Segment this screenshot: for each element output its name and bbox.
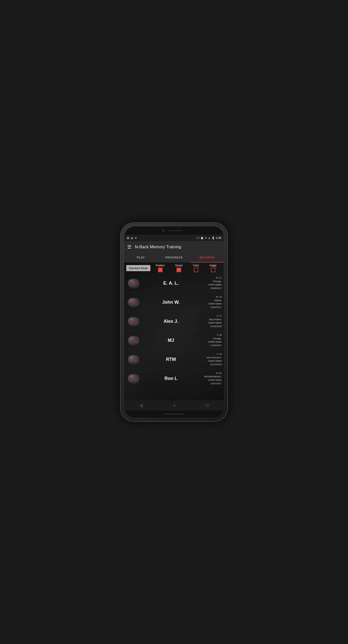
camera-dot: [162, 229, 165, 232]
brain-score: 2.50: [126, 334, 141, 347]
record-name: MJ: [143, 338, 199, 343]
recents-button[interactable]: □: [201, 402, 214, 409]
record-meta: M, 27 Chicago, United States 10/28/2017: [199, 276, 222, 290]
phone-screen: 🖼 ◉ ⚙ 📳 ⏰ ▼ ▲ 🔋 1:39 ☰ N-Back Memory Tra…: [124, 226, 224, 418]
app-title: N-Back Memory Training: [135, 245, 181, 249]
status-time: 1:39: [216, 236, 221, 239]
filter-row: Standard Mode Position Sound Color: [124, 263, 224, 274]
tab-records[interactable]: RECORDS: [191, 253, 224, 263]
status-icons-right: 📳 ⏰ ▼ ▲ 🔋 1:39: [196, 236, 221, 239]
brain-score: 6.44: [126, 296, 141, 309]
position-label: Position: [156, 264, 165, 267]
alarm-icon: ⏰: [200, 237, 203, 239]
battery-icon: 🔋: [212, 237, 215, 239]
record-item[interactable]: 11.35 E. A. L.M, 27 Chicago, United Stat…: [124, 274, 224, 293]
record-name: E. A. L.: [143, 281, 199, 286]
record-item[interactable]: 1.77 RTMF, 22 San Francisco, United Stat…: [124, 350, 224, 369]
color-label: Color: [193, 264, 199, 267]
color-checkbox[interactable]: [194, 268, 198, 272]
records-list: 11.35 E. A. L.M, 27 Chicago, United Stat…: [124, 274, 224, 388]
position-checkbox[interactable]: [158, 268, 163, 272]
score-value: 0.72: [131, 377, 136, 380]
sound-label: Sound: [175, 264, 183, 267]
filter-columns: Position Sound Color Image: [150, 264, 222, 272]
record-name: RTM: [143, 357, 199, 362]
record-meta: F, 17 Boca Raton, United States 01/26/20…: [199, 314, 222, 328]
content-area: Standard Mode Position Sound Color: [124, 263, 224, 400]
phone-frame: 🖼 ◉ ⚙ 📳 ⏰ ▼ ▲ 🔋 1:39 ☰ N-Back Memory Tra…: [121, 223, 227, 421]
score-value: 5.50: [131, 319, 136, 323]
back-button[interactable]: ◁: [134, 402, 148, 409]
app-bar: ☰ N-Back Memory Training: [124, 241, 224, 253]
record-item[interactable]: 5.50 Alex J.F, 17 Boca Raton, United Sta…: [124, 312, 224, 331]
filter-position: Position: [156, 264, 165, 272]
tab-progress[interactable]: PROGRESS: [157, 253, 191, 263]
image-checkbox[interactable]: [211, 268, 215, 272]
tab-play[interactable]: PLAY: [124, 253, 157, 263]
brain-score: 1.77: [126, 353, 141, 366]
filter-sound: Sound: [175, 264, 183, 272]
status-icons-left: 🖼 ◉ ⚙: [127, 237, 137, 239]
wifi-icon: ▼: [204, 237, 207, 239]
speaker-slot: [168, 230, 183, 231]
score-value: 1.77: [131, 358, 136, 361]
filter-color: Color: [193, 264, 199, 272]
score-value: 2.50: [131, 339, 136, 342]
image-icon: 🖼: [127, 237, 129, 239]
score-value: 6.44: [131, 300, 136, 304]
bottom-bar-line: [164, 414, 184, 415]
record-meta: M, 63 BROWNSBURG, United States 12/01/20…: [199, 372, 222, 385]
brain-score: 11.35: [126, 277, 141, 290]
record-meta: M, 19 Atlanta, United States 12/02/2017: [199, 295, 222, 309]
brain-score: 5.50: [126, 315, 141, 328]
image-label: Image: [210, 264, 217, 267]
mode-button[interactable]: Standard Mode: [126, 265, 150, 271]
menu-icon[interactable]: ☰: [127, 244, 131, 250]
gear-icon: ⚙: [135, 237, 137, 239]
record-meta: F, 22 San Francisco, United States 01/12…: [199, 352, 222, 366]
brain-score: 0.72: [126, 372, 141, 385]
score-value: 11.35: [130, 281, 137, 285]
record-name: Ron L: [143, 376, 199, 381]
record-item[interactable]: 2.50 MJF, 28 Chicago, United States 11/2…: [124, 331, 224, 350]
phone-bottom-bar: [124, 410, 224, 418]
record-item[interactable]: 0.72 Ron LM, 63 BROWNSBURG, United State…: [124, 369, 224, 388]
bottom-nav: ◁ ○ □: [124, 400, 224, 410]
phone-top-bar: [124, 226, 224, 235]
circle-icon: ◉: [131, 237, 133, 239]
vibrate-icon: 📳: [196, 237, 199, 239]
record-item[interactable]: 6.44 John W.M, 19 Atlanta, United States…: [124, 293, 224, 312]
sound-checkbox[interactable]: [177, 268, 181, 272]
tab-bar: PLAY PROGRESS RECORDS: [124, 253, 224, 263]
filter-image: Image: [210, 264, 217, 272]
record-name: Alex J.: [143, 319, 199, 324]
signal-icon: ▲: [208, 237, 211, 239]
record-meta: F, 28 Chicago, United States 11/26/2017: [199, 333, 222, 347]
home-button[interactable]: ○: [168, 402, 181, 409]
status-bar: 🖼 ◉ ⚙ 📳 ⏰ ▼ ▲ 🔋 1:39: [124, 235, 224, 241]
record-name: John W.: [143, 300, 199, 305]
